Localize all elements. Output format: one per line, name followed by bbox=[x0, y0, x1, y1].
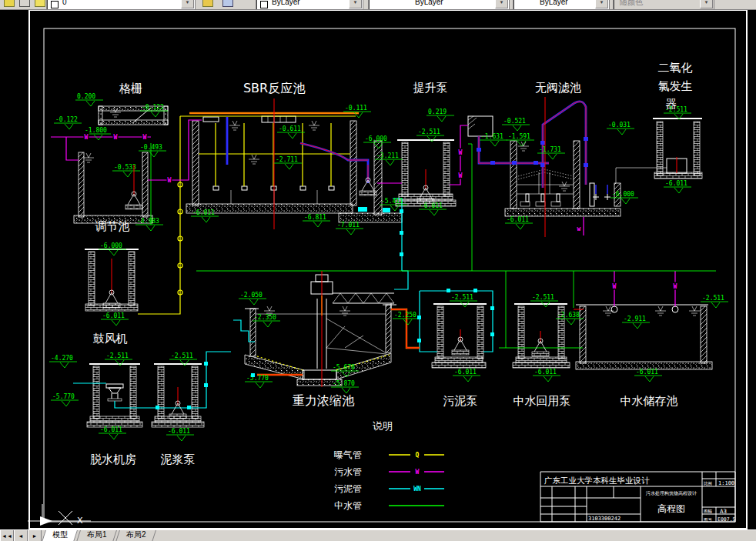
dewatering-room-structure bbox=[87, 364, 142, 427]
layer-color-swatch bbox=[51, 1, 59, 8]
chevron-down-icon[interactable]: ▼ bbox=[495, 0, 508, 8]
tab-layout2[interactable]: 布局2 bbox=[115, 529, 156, 541]
structure-label: 鼓风机 bbox=[93, 332, 128, 346]
pipe-code-letter: W bbox=[459, 149, 463, 156]
elevation-annotation: 0.200 bbox=[77, 93, 95, 100]
pipe-fitting bbox=[251, 373, 255, 377]
structure-label: SBR反应池 bbox=[243, 81, 306, 95]
legend-item-label: 污泥管 bbox=[334, 483, 362, 494]
water-level-icon bbox=[249, 155, 259, 164]
titleblock-project: 污水处理构筑物高程设计 bbox=[645, 490, 697, 496]
pipe-fitting bbox=[156, 406, 159, 409]
elevation-annotation: -6.000 bbox=[365, 135, 387, 142]
structure-label: 提升泵 bbox=[413, 81, 448, 95]
next-tab-icon[interactable]: ► bbox=[28, 529, 42, 541]
chevron-down-icon[interactable]: ▼ bbox=[349, 0, 362, 8]
elevation-annotation: -6.011 bbox=[168, 428, 190, 435]
elevation-annotation: -6.011 bbox=[636, 369, 658, 376]
elevation-annotation: -0.031 bbox=[608, 122, 631, 129]
layers-icon[interactable] bbox=[17, 0, 32, 9]
thickener-structure bbox=[245, 275, 396, 386]
pipe-fitting bbox=[400, 252, 403, 256]
pipe-fitting bbox=[490, 306, 494, 310]
first-tab-icon[interactable]: ◄◄ bbox=[0, 529, 14, 541]
elevation-annotation: -2.250 bbox=[394, 312, 416, 319]
elevation-annotation: -6.011 bbox=[420, 202, 443, 209]
layout-tab-bar: ◄◄ ◄ ► 模型布局1布局2 bbox=[0, 529, 756, 541]
prev-tab-icon[interactable]: ◄ bbox=[14, 529, 28, 541]
elevation-annotation: -2.511 bbox=[106, 352, 129, 359]
elevation-annotation: -0.122 bbox=[142, 104, 164, 111]
elevation-annotation: -1.800 bbox=[85, 127, 107, 134]
elevation-annotation: -0.111 bbox=[345, 105, 367, 112]
pipe-code-letter: W bbox=[85, 134, 89, 141]
elevation-annotation: -5.770 bbox=[246, 375, 269, 382]
structure-label: 无阀滤池 bbox=[535, 81, 581, 95]
title-block: 广东工业大学本科生毕业设计 污水处理构筑物高程设计 高程图 3103300242… bbox=[540, 472, 736, 523]
pipe-fitting bbox=[490, 332, 494, 336]
elevation-annotation: -6.000 bbox=[612, 191, 634, 198]
elevation-annotation: -3.211 bbox=[376, 152, 399, 159]
titleblock-number-value: E007.5 bbox=[718, 516, 736, 523]
legend-item-code: WN bbox=[413, 486, 421, 493]
water-level-icon bbox=[689, 306, 700, 316]
elevation-annotation: -2.911 bbox=[624, 316, 646, 322]
elevation-annotation: -6.011 bbox=[534, 369, 557, 376]
color-combo[interactable]: ByLayer ▼ bbox=[256, 0, 363, 10]
pipe-code-letter: W bbox=[168, 177, 172, 184]
layer-combo[interactable]: 0 ▼ bbox=[46, 0, 196, 10]
structure-label: 污泥泵 bbox=[443, 394, 478, 408]
titleblock-scale-value: 1:100 bbox=[718, 480, 734, 486]
pipe-fitting bbox=[417, 339, 421, 342]
elevation-annotation: -6.011 bbox=[100, 426, 122, 433]
elevation-annotation: -5.411 bbox=[381, 198, 403, 205]
tab-layout1[interactable]: 布局1 bbox=[76, 529, 117, 541]
tab-model[interactable]: 模型 bbox=[42, 529, 79, 541]
structure-label: 格栅 bbox=[119, 82, 142, 95]
elevation-annotation: -6.011 bbox=[454, 369, 477, 376]
linetype-combo[interactable]: ByLayer ▼ bbox=[368, 0, 510, 10]
make-layer-current-icon[interactable] bbox=[200, 0, 215, 9]
centerlines bbox=[274, 97, 677, 387]
elevation-annotation: -6.011 bbox=[665, 180, 687, 187]
pipe-code-letter: W bbox=[114, 134, 118, 141]
elevation-annotation: -6.000 bbox=[100, 242, 122, 249]
pipe-code-letter: w bbox=[577, 225, 581, 232]
layer-previous-icon[interactable] bbox=[220, 0, 235, 9]
titleblock-size-value: A3 bbox=[720, 508, 727, 515]
plotstyle-combo-value: 随颜色 bbox=[614, 0, 643, 8]
chevron-down-icon[interactable]: ▼ bbox=[181, 0, 194, 8]
storage-tank-structure bbox=[576, 305, 712, 369]
elevation-annotation: -2.350 bbox=[254, 314, 276, 321]
elevation-annotation: -2.050 bbox=[240, 292, 263, 299]
chevron-down-icon[interactable]: ▼ bbox=[595, 0, 608, 8]
sludge-pump-structure bbox=[432, 304, 487, 368]
elevation-annotation: -5.870 bbox=[333, 380, 355, 387]
water-level-icon bbox=[83, 153, 94, 162]
titleblock-size-label: 图幅 bbox=[704, 509, 713, 514]
structure-label: 说明 bbox=[373, 420, 393, 432]
lineweight-combo-value: ByLayer bbox=[513, 0, 568, 6]
plotstyle-combo: 随颜色 ▼ bbox=[613, 0, 714, 10]
pipe-code-letter: W bbox=[459, 172, 463, 179]
water-level-icon bbox=[559, 182, 570, 191]
pipe-fitting bbox=[400, 231, 403, 235]
chevron-down-icon: ▼ bbox=[700, 0, 713, 8]
elevation-annotation: -0.611 bbox=[279, 125, 301, 132]
pipe-fitting bbox=[417, 316, 421, 319]
chlorine-generator-structure bbox=[653, 119, 702, 179]
elevation-annotation: -2.511 bbox=[532, 294, 554, 301]
legend-item-code: Q bbox=[416, 452, 420, 459]
elevation-annotation: -2.511 bbox=[665, 106, 687, 113]
titleblock-number-label: 图号 bbox=[704, 517, 713, 523]
legend-item-label: 中水管 bbox=[334, 500, 362, 511]
generated-overlay: 格栅SBR反应池提升泵无阀滤池二氧化氯发生器调节池鼓风机重力浓缩池污泥泵中水回用… bbox=[49, 61, 728, 511]
legend-item-label: 污水管 bbox=[334, 466, 362, 477]
layer-properties-icon[interactable] bbox=[2, 0, 16, 9]
lineweight-combo[interactable]: ByLayer ▼ bbox=[513, 0, 610, 10]
pipe-code-letter: W bbox=[613, 283, 617, 290]
structure-label: 氯发生 bbox=[658, 79, 693, 93]
drawing-canvas[interactable]: X bbox=[0, 0, 756, 541]
layer-state-icon[interactable] bbox=[32, 0, 47, 9]
structure-label: 调节池 bbox=[95, 219, 130, 233]
